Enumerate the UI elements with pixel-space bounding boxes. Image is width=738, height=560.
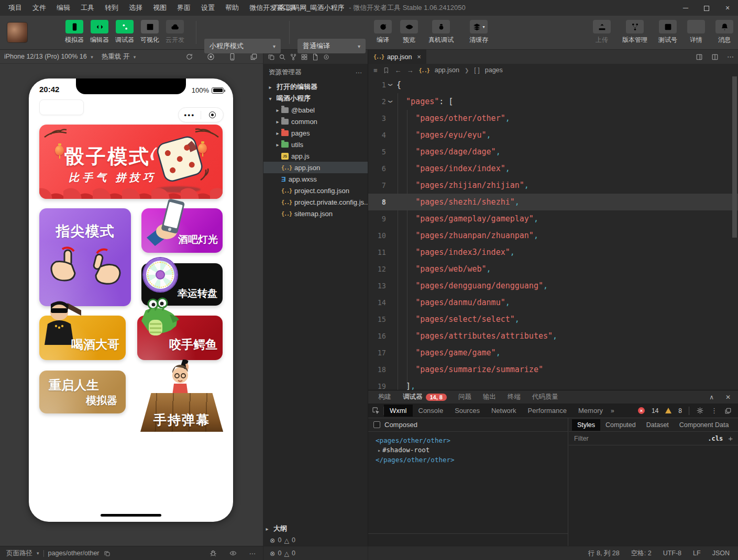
fold-chevron-icon[interactable]: ❯ — [382, 97, 399, 106]
code-line-13[interactable]: 13 "pages/dengguang/dengguang", — [368, 277, 738, 294]
panel-tab-代码质量[interactable]: 代码质量 — [527, 393, 563, 401]
chevron-right-icon[interactable]: ▸ — [378, 447, 381, 453]
handheld-danmu-tile[interactable]: 手持弹幕 — [140, 364, 223, 432]
page-path-label[interactable]: 页面路径 — [6, 549, 32, 558]
toolbar-button-模拟器[interactable]: 模拟器 — [62, 20, 87, 44]
code-line-15[interactable]: 15 "pages/select/select", — [368, 311, 738, 328]
restart-icon[interactable] — [185, 53, 193, 61]
miniprogram-capsule[interactable]: ••• — [178, 107, 224, 122]
panel-tab-构建[interactable]: 构建 — [373, 393, 396, 401]
toolbar-button-调试器[interactable]: 调试器 — [112, 20, 137, 44]
wxml-close-tag[interactable]: </pages/other/other> — [376, 455, 568, 465]
tree-item-喝酒小程序[interactable]: ▾喝酒小程序 — [263, 93, 368, 104]
outline-list-icon[interactable]: ≡ — [373, 66, 378, 74]
file-icon[interactable] — [312, 53, 319, 61]
devtools-tab-Performance[interactable]: Performance — [522, 405, 572, 417]
tree-item-sitemap.json[interactable]: {..}sitemap.json — [263, 208, 368, 219]
close-target-icon[interactable] — [201, 111, 223, 118]
menu-界面[interactable]: 界面 — [172, 0, 196, 16]
tab-app-json[interactable]: {..} app.json × — [368, 50, 426, 64]
inspect-element-icon[interactable] — [372, 407, 380, 415]
device-frame-icon[interactable] — [228, 53, 236, 61]
menu-设置[interactable]: 设置 — [196, 0, 220, 16]
code-line-1[interactable]: 1❯{ — [368, 76, 738, 93]
devtools-tab-Wxml[interactable]: Wxml — [384, 405, 413, 417]
tree-item-common[interactable]: ▸common — [263, 116, 368, 127]
maximize-button[interactable] — [696, 0, 717, 16]
bar-light-tile[interactable]: 酒吧灯光 — [141, 208, 223, 253]
bookmark-icon[interactable] — [383, 67, 390, 74]
close-panel-icon[interactable]: ✕ — [725, 394, 731, 401]
problems-section[interactable]: ⊗ 0 △ 0 — [263, 546, 368, 560]
toolbar-button-版本管理[interactable]: 版本管理 — [616, 20, 654, 44]
fingertip-mode-tile[interactable]: 指尖模式 — [39, 208, 131, 306]
drink-bro-tile[interactable]: 喝酒大哥 — [39, 316, 126, 360]
styles-tab-Computed[interactable]: Computed — [600, 419, 641, 431]
tree-item-project.config.json[interactable]: {..}project.config.json — [263, 185, 368, 196]
menu-帮助[interactable]: 帮助 — [220, 0, 244, 16]
fold-chevron-icon[interactable]: ❯ — [382, 81, 399, 89]
stop-icon[interactable] — [207, 53, 215, 61]
menu-编辑[interactable]: 编辑 — [51, 0, 75, 16]
tree-item-pages[interactable]: ▸pages — [263, 127, 368, 139]
chevron-right-icon[interactable]: ▸ — [274, 119, 281, 125]
shadow-root-node[interactable]: #shadow-root — [382, 446, 429, 454]
copy-path-icon[interactable] — [104, 550, 111, 557]
debug-icon[interactable] — [210, 550, 217, 557]
detach-window-icon[interactable] — [250, 53, 258, 61]
tree-item-app.js[interactable]: JSapp.js — [263, 150, 368, 162]
toolbar-button-可视化[interactable]: 可视化 — [137, 20, 162, 44]
menu-文件[interactable]: 文件 — [27, 0, 51, 16]
code-line-9[interactable]: 9 "pages/gameplay/gameplay", — [368, 210, 738, 227]
code-area[interactable]: 1❯{2❯ "pages": [3 "pages/other/other",4 … — [368, 76, 738, 390]
toolbar-button-测试号[interactable]: 测试号 — [654, 20, 682, 44]
more-tabs-icon[interactable]: » — [611, 407, 614, 415]
devtools-tab-Console[interactable]: Console — [413, 405, 449, 417]
preview-icon[interactable] — [229, 550, 237, 557]
wxml-open-tag[interactable]: <pages/other/other> — [376, 436, 568, 445]
tree-item-utils[interactable]: ▸utils — [263, 139, 368, 150]
more-actions-icon[interactable]: ⋯ — [727, 53, 734, 61]
menu-项目[interactable]: 项目 — [3, 0, 27, 16]
code-line-4[interactable]: 4 "pages/eyu/eyu", — [368, 127, 738, 143]
close-tab-icon[interactable]: × — [417, 53, 421, 61]
menu-转到[interactable]: 转到 — [100, 0, 124, 16]
code-line-2[interactable]: 2❯ "pages": [ — [368, 93, 738, 110]
styles-tab-Dataset[interactable]: Dataset — [641, 419, 674, 431]
wxml-tree[interactable]: <pages/other/other> ▸#shadow-root </page… — [368, 432, 568, 465]
filter-input[interactable]: Filter — [574, 435, 702, 442]
more-actions-icon[interactable]: ⋯ — [249, 550, 256, 557]
grid-icon[interactable] — [301, 53, 308, 61]
copy-icon[interactable] — [268, 53, 275, 61]
branch-icon[interactable] — [290, 53, 297, 61]
devtools-tab-Memory[interactable]: Memory — [572, 405, 609, 417]
brush-icon[interactable] — [323, 53, 330, 61]
editor-scrollbar[interactable] — [732, 76, 737, 238]
close-button[interactable]: × — [717, 0, 738, 16]
page-path-value[interactable]: pages/other/other — [48, 550, 100, 557]
cursor-position[interactable]: 行 8, 列 28 — [588, 549, 620, 558]
avatar[interactable] — [7, 23, 27, 42]
toolbar-button-编辑器[interactable]: 编辑器 — [87, 20, 112, 44]
chevron-right-icon[interactable]: ▸ — [267, 84, 274, 90]
problems-summary[interactable]: ⊗ 0 △ 0 — [263, 534, 368, 546]
hot-reload-toggle[interactable]: 热重载 开 ▾ — [97, 52, 140, 61]
panel-tab-问题[interactable]: 问题 — [454, 393, 476, 401]
toolbar-button-消息[interactable]: 消息 — [710, 20, 738, 44]
code-line-3[interactable]: 3 "pages/other/other", — [368, 110, 738, 127]
split-editor-icon[interactable] — [696, 53, 703, 61]
code-line-6[interactable]: 6 "pages/index/index", — [368, 160, 738, 177]
tree-item-@babel[interactable]: ▸@babel — [263, 104, 368, 116]
toolbar-button-编译[interactable]: 编译 — [370, 20, 396, 44]
restart-life-tile[interactable]: 重启人生 模拟器 — [39, 371, 126, 413]
devtools-tab-Network[interactable]: Network — [486, 405, 522, 417]
panel-tab-输出[interactable]: 输出 — [478, 393, 501, 401]
compile-dropdown[interactable]: 普通编译 ▾ — [298, 39, 366, 53]
toolbar-button-预览[interactable]: 预览 — [396, 20, 422, 44]
toolbar-button-清缓存[interactable]: ▾清缓存 — [460, 20, 498, 44]
back-icon[interactable]: ← — [395, 66, 402, 74]
code-line-17[interactable]: 17 "pages/game/game", — [368, 344, 738, 361]
menu-视图[interactable]: 视图 — [148, 0, 172, 16]
chevron-right-icon[interactable]: ▸ — [274, 107, 281, 113]
cls-toggle-button[interactable]: .cls — [708, 435, 723, 442]
